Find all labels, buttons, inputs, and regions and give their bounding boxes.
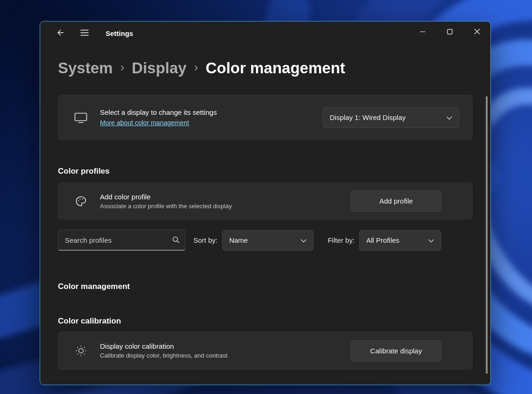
chevron-down-icon (301, 236, 306, 244)
page-title: Color management (206, 59, 345, 77)
display-select-dropdown[interactable]: Display 1: Wired Display (323, 107, 459, 128)
add-color-profile-title: Add color profile (100, 193, 232, 201)
chevron-down-icon (447, 113, 452, 121)
maximize-button[interactable] (436, 21, 463, 43)
minimize-icon (420, 29, 426, 36)
palette-icon (74, 195, 88, 207)
minimize-button[interactable] (409, 21, 436, 43)
add-profile-button[interactable]: Add profile (351, 190, 441, 211)
app-title: Settings (106, 29, 133, 37)
sort-by-value: Name (229, 236, 248, 244)
color-calibration-heading: Color calibration (58, 317, 473, 326)
vertical-scrollbar-thumb[interactable] (486, 96, 488, 374)
calibrate-display-button[interactable]: Calibrate display (351, 340, 441, 361)
display-color-calibration-card: Display color calibration Calibrate disp… (58, 331, 473, 370)
navigation-menu-button[interactable] (76, 25, 93, 41)
display-color-calibration-description: Calibrate display color, brightness, and… (100, 352, 227, 359)
filter-by-dropdown[interactable]: All Profiles (359, 230, 441, 251)
close-icon (474, 28, 480, 36)
sort-by-dropdown[interactable]: Name (222, 230, 313, 251)
titlebar: Settings (40, 21, 490, 45)
breadcrumb: System › Display › Color management (58, 59, 473, 77)
add-color-profile-description: Associate a color profile with the selec… (100, 203, 232, 210)
search-icon (172, 236, 180, 246)
breadcrumb-chevron-icon: › (194, 58, 198, 77)
back-button[interactable] (51, 25, 69, 41)
maximize-icon (447, 29, 453, 36)
display-selector-card: Select a display to change its settings … (58, 95, 473, 140)
profiles-filter-row: Sort by: Name Filter by: All Profiles (58, 230, 473, 251)
sort-by-label: Sort by: (193, 236, 218, 244)
breadcrumb-display[interactable]: Display (132, 59, 186, 77)
page-content: System › Display › Color management Sele… (40, 59, 490, 370)
display-selector-title: Select a display to change its settings (100, 108, 217, 116)
search-box (58, 230, 185, 251)
display-select-value: Display 1: Wired Display (330, 113, 406, 121)
display-color-calibration-title: Display color calibration (100, 342, 227, 350)
breadcrumb-system[interactable]: System (58, 59, 113, 77)
settings-window: Settings System › Display (40, 21, 491, 385)
search-input[interactable] (58, 230, 185, 251)
breadcrumb-chevron-icon: › (120, 58, 124, 77)
color-management-heading: Color management (58, 282, 473, 291)
hamburger-icon (80, 29, 89, 37)
back-arrow-icon (57, 29, 64, 38)
filter-by-value: All Profiles (366, 236, 399, 244)
more-about-color-management-link[interactable]: More about color management (100, 119, 217, 127)
filter-by-label: Filter by: (328, 236, 355, 244)
brightness-sun-icon (74, 345, 88, 357)
color-profiles-heading: Color profiles (58, 167, 473, 176)
close-button[interactable] (463, 21, 490, 43)
monitor-icon (74, 112, 88, 123)
add-color-profile-card: Add color profile Associate a color prof… (58, 183, 473, 219)
window-controls (409, 21, 490, 43)
chevron-down-icon (428, 236, 434, 244)
